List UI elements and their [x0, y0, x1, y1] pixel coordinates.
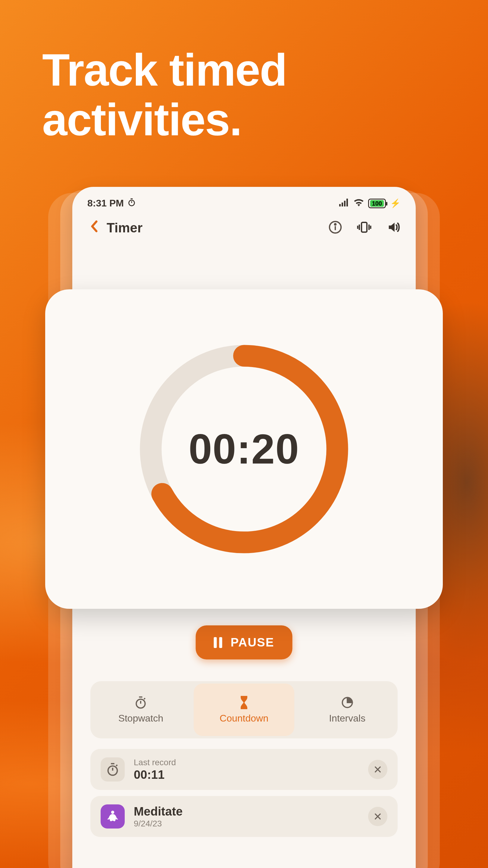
last-record-value: 00:11 [134, 768, 359, 781]
records-list: Last record 00:11 Meditate 9/24/23 [90, 749, 398, 837]
pause-icon [214, 637, 222, 648]
vibrate-icon[interactable] [357, 220, 372, 236]
close-icon [373, 812, 382, 821]
meditate-icon [101, 804, 125, 829]
hero-line-1: Track timed [42, 45, 287, 95]
wifi-icon [354, 198, 364, 209]
nav-bar: Timer [72, 212, 416, 246]
pause-button[interactable]: PAUSE [196, 625, 293, 659]
timer-display: 00:20 [135, 341, 352, 558]
timer-card: 00:20 [45, 289, 443, 609]
hero-headline: Track timed activities. [42, 45, 287, 145]
tab-intervals[interactable]: Intervals [297, 681, 398, 738]
stopwatch-status-icon [127, 198, 136, 209]
hourglass-icon [238, 696, 250, 709]
battery-icon: 100 [368, 198, 386, 208]
signal-icon [339, 198, 350, 209]
svg-point-7 [335, 224, 336, 225]
status-bar: 8:31 PM 100 [72, 187, 416, 212]
activity-title: Meditate [134, 805, 359, 818]
close-icon [373, 765, 382, 774]
page-title: Timer [107, 220, 322, 236]
stopwatch-icon [101, 757, 125, 781]
tab-countdown[interactable]: Countdown [194, 684, 295, 736]
mode-tabs: Stopwatch Countdown Intervals [90, 681, 398, 738]
dismiss-button[interactable] [368, 807, 387, 826]
svg-rect-4 [347, 198, 348, 207]
tab-label: Countdown [220, 713, 268, 724]
tab-label: Stopwatch [119, 713, 163, 724]
status-time: 8:31 PM [87, 198, 124, 209]
countdown-ring: 00:20 [135, 341, 352, 558]
svg-point-12 [111, 811, 114, 814]
pause-label: PAUSE [231, 636, 274, 649]
tab-stopwatch[interactable]: Stopwatch [90, 681, 191, 738]
svg-rect-8 [361, 222, 367, 232]
volume-icon[interactable] [386, 220, 401, 236]
svg-point-0 [129, 200, 135, 206]
svg-point-11 [108, 766, 118, 775]
dismiss-button[interactable] [368, 760, 387, 779]
activity-row[interactable]: Meditate 9/24/23 [90, 796, 398, 837]
last-record-label: Last record [134, 758, 359, 767]
last-record-row[interactable]: Last record 00:11 [90, 749, 398, 790]
charging-icon: ⚡ [390, 198, 401, 208]
battery-level: 100 [370, 200, 384, 207]
info-icon[interactable] [328, 220, 342, 236]
interval-icon [341, 696, 354, 709]
hero-line-2: activities. [42, 95, 287, 145]
stopwatch-icon [134, 696, 147, 709]
svg-rect-3 [344, 201, 346, 207]
svg-rect-2 [341, 203, 343, 207]
back-button[interactable] [87, 220, 101, 236]
tab-label: Intervals [329, 713, 365, 724]
activity-date: 9/24/23 [134, 819, 359, 829]
svg-rect-1 [339, 204, 341, 207]
